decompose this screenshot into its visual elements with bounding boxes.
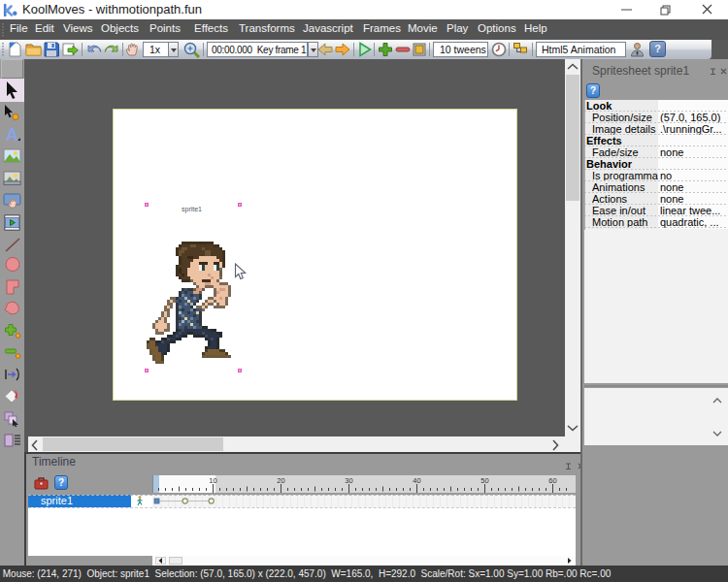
svg-text:20: 20 [277,476,284,485]
svg-text:50: 50 [480,476,488,485]
svg-text:30: 30 [345,476,352,485]
svg-text:10: 10 [209,476,216,485]
svg-text:A: A [6,126,18,143]
svg-text:60: 60 [548,476,556,485]
svg-text:40: 40 [413,476,420,485]
